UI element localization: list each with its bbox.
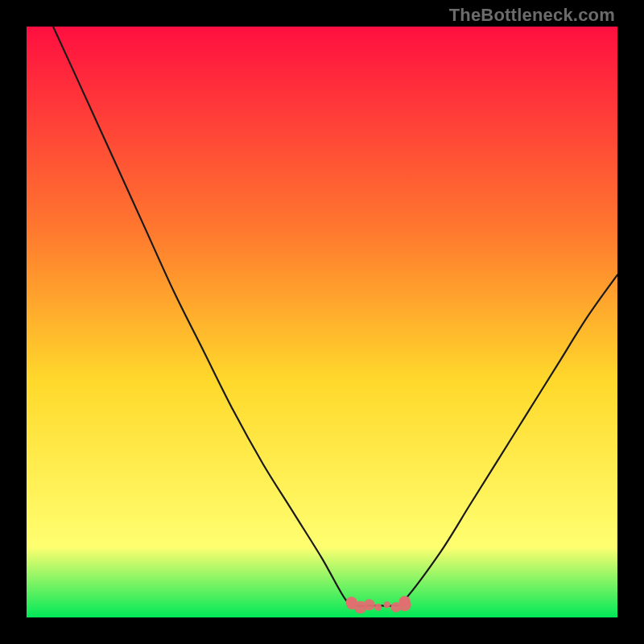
svg-point-3: [374, 604, 382, 611]
svg-point-2: [364, 599, 375, 610]
svg-point-8: [399, 596, 411, 607]
watermark-text: TheBottleneck.com: [449, 5, 615, 26]
gradient-background: [27, 27, 617, 617]
svg-point-7: [346, 597, 357, 608]
chart-stage: TheBottleneck.com: [0, 0, 644, 644]
frame-right: [617, 0, 644, 644]
svg-point-4: [384, 601, 390, 608]
frame-bottom: [0, 617, 644, 644]
frame-left: [0, 0, 27, 644]
bottleneck-chart: [27, 27, 617, 617]
